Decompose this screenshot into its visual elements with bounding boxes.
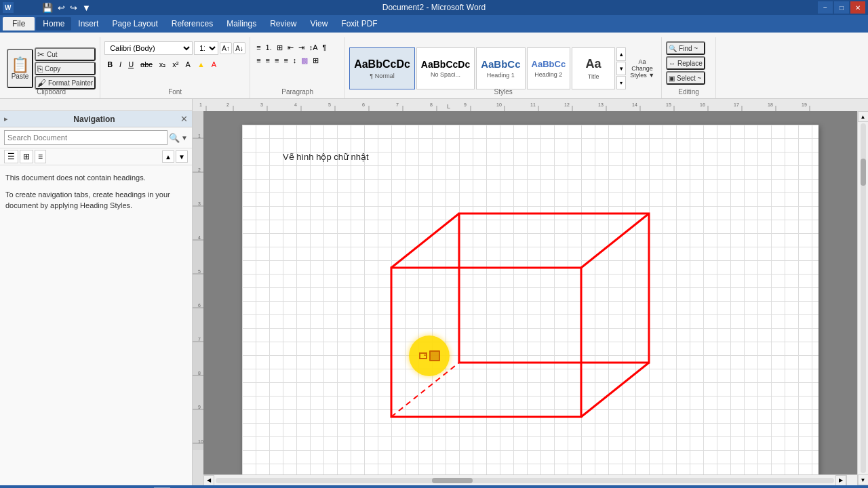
navigation-pane: ▸ Navigation ✕ 🔍 ▼ ☰ ⊞ ≡ ▲ ▼ This docume… (0, 111, 193, 485)
clipboard-left: 📋 Paste (7, 49, 33, 88)
copy-button[interactable]: ⎘ Copy (35, 62, 96, 75)
change-styles-icon: Aa (639, 58, 646, 65)
style-heading1-preview: AaBbCc (481, 58, 520, 70)
style-heading2[interactable]: AaBbCc Heading 2 (527, 47, 571, 89)
bold-button[interactable]: B (104, 58, 115, 71)
nav-no-headings-msg2: To create navigation tabs, create headin… (5, 189, 186, 211)
doc-scroll-area[interactable]: Vẽ hình hộp chữ nhật (203, 111, 857, 474)
menu-insert[interactable]: Insert (71, 17, 105, 30)
save-quick-btn[interactable]: 💾 (41, 2, 54, 14)
line-spacing-button[interactable]: ↕ (291, 54, 299, 66)
text-effects-button[interactable]: A (183, 58, 193, 71)
svg-text:3: 3 (260, 102, 263, 107)
styles-more[interactable]: ▾ (616, 76, 626, 89)
font-size-select[interactable]: 11 (194, 41, 218, 55)
para-row2: ≡ ≡ ≡ ≡ ↕ ▩ ⊞ (254, 54, 328, 66)
horizontal-scrollbar: ◀ ▶ (203, 474, 857, 485)
svg-line-68 (581, 363, 649, 417)
svg-text:2: 2 (198, 167, 201, 172)
change-styles-button[interactable]: Aa ChangeStyles ▼ (627, 47, 657, 89)
svg-text:1: 1 (199, 102, 202, 107)
cursor-indicator (409, 336, 450, 376)
font-name-select[interactable]: Calibri (Body) (104, 41, 193, 55)
cut-button[interactable]: ✂ Cut (35, 47, 96, 61)
svg-text:12: 12 (564, 102, 570, 107)
horizontal-ruler: 1 2 3 4 5 6 7 8 9 10 11 12 13 14 15 16 1… (193, 99, 868, 111)
font-color-button[interactable]: A (209, 58, 219, 71)
decrease-indent-button[interactable]: ⇤ (285, 41, 296, 54)
nav-expand-button[interactable]: ▸ (4, 115, 8, 123)
style-normal[interactable]: AaBbCcDc ¶ Normal (349, 47, 415, 89)
paste-button[interactable]: 📋 Paste (7, 49, 33, 88)
nav-view-tabs: ☰ ⊞ ≡ ▲ ▼ (0, 148, 192, 165)
ruler-corner (0, 99, 193, 110)
italic-button[interactable]: I (117, 58, 124, 71)
select-icon: ▣ (669, 75, 675, 82)
underline-button[interactable]: U (125, 58, 136, 71)
menu-mailings[interactable]: Mailings (220, 17, 263, 30)
shading-button[interactable]: ▩ (299, 54, 310, 66)
scroll-left-button[interactable]: ◀ (203, 475, 214, 486)
vscroll-track[interactable] (861, 123, 866, 473)
justify-button[interactable]: ≡ (281, 54, 290, 66)
select-button[interactable]: ▣ Select ~ (666, 71, 705, 85)
style-no-spacing[interactable]: AaBbCcDc No Spaci... (416, 47, 475, 89)
subscript-button[interactable]: x₂ (157, 58, 169, 71)
menu-view[interactable]: View (304, 17, 335, 30)
styles-scroll-up[interactable]: ▲ (616, 47, 626, 61)
style-title[interactable]: Aa Title (572, 47, 615, 89)
border-button[interactable]: ⊞ (311, 54, 321, 66)
minimize-button[interactable]: − (818, 1, 833, 14)
search-button[interactable]: 🔍 (169, 133, 180, 143)
nav-next-button[interactable]: ▼ (176, 150, 188, 163)
align-right-button[interactable]: ≡ (273, 54, 281, 66)
search-input[interactable] (4, 130, 167, 145)
numbered-list-button[interactable]: 1. (264, 41, 274, 54)
find-button[interactable]: 🔍 Find ~ (666, 41, 705, 55)
superscript-button[interactable]: x² (170, 58, 181, 71)
ribbon: 📋 Paste ✂ Cut ⎘ Copy 🖌 Format (0, 33, 868, 99)
font-row2: B I U abc x₂ x² A ▲ A (104, 58, 245, 71)
show-marks-button[interactable]: ¶ (321, 41, 329, 54)
menu-file[interactable]: File (3, 17, 35, 30)
find-icon: 🔍 (669, 45, 677, 52)
menu-review[interactable]: Review (263, 17, 303, 30)
nav-view-pages[interactable]: ⊞ (20, 150, 33, 163)
scroll-up-button[interactable]: ▲ (858, 111, 869, 122)
multilevel-list-button[interactable]: ⊞ (275, 41, 285, 54)
scroll-down-button[interactable]: ▼ (858, 474, 869, 485)
menu-home[interactable]: Home (36, 17, 71, 30)
align-left-button[interactable]: ≡ (254, 54, 262, 66)
style-heading1[interactable]: AaBbCc Heading 1 (476, 47, 525, 89)
change-styles-label: ChangeStyles ▼ (630, 65, 654, 79)
doc-container: 1 2 3 4 5 6 7 8 9 (193, 111, 868, 485)
svg-text:2: 2 (226, 102, 229, 107)
nav-close-button[interactable]: ✕ (180, 114, 188, 124)
grow-font-button[interactable]: A↑ (220, 42, 232, 54)
maximize-button[interactable]: □ (834, 1, 849, 14)
sort-button[interactable]: ↕A (307, 41, 320, 54)
scroll-right-button[interactable]: ▶ (835, 475, 846, 486)
menu-page-layout[interactable]: Page Layout (105, 17, 164, 30)
close-button[interactable]: ✕ (850, 1, 865, 14)
search-dropdown-button[interactable]: ▼ (181, 134, 188, 142)
shrink-font-button[interactable]: A↓ (233, 42, 245, 54)
customize-quick-btn[interactable]: ▼ (81, 2, 92, 14)
styles-scroll-down[interactable]: ▼ (616, 62, 626, 75)
strikethrough-button[interactable]: abc (138, 58, 155, 71)
nav-view-results[interactable]: ≡ (35, 150, 46, 163)
menu-foxit-pdf[interactable]: Foxit PDF (334, 17, 384, 30)
menu-references[interactable]: References (165, 17, 220, 30)
replace-button[interactable]: ↔ Replace (666, 56, 705, 70)
redo-quick-btn[interactable]: ↪ (68, 2, 79, 14)
highlight-button[interactable]: ▲ (195, 58, 208, 71)
bullet-list-button[interactable]: ≡ (254, 41, 262, 54)
svg-text:16: 16 (700, 102, 705, 107)
undo-quick-btn[interactable]: ↩ (56, 2, 66, 14)
align-center-button[interactable]: ≡ (264, 54, 272, 66)
format-painter-button[interactable]: 🖌 Format Painter (35, 76, 96, 89)
increase-indent-button[interactable]: ⇥ (296, 41, 307, 54)
nav-prev-button[interactable]: ▲ (162, 150, 174, 163)
nav-view-headings[interactable]: ☰ (4, 150, 18, 163)
scroll-track[interactable] (216, 478, 834, 483)
